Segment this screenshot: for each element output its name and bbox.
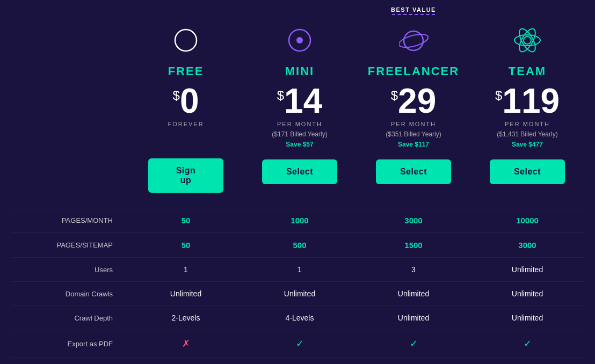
- feature-value-text: Unlimited: [512, 314, 543, 322]
- billing-note-team: ($1,431 Billed Yearly)Save $477: [497, 129, 557, 150]
- feature-value-text: Unlimited: [512, 289, 543, 298]
- feature-value-4-2: Unlimited: [357, 306, 470, 330]
- cross-icon: ✗: [182, 338, 190, 350]
- plan-icon-team: [511, 24, 543, 56]
- feature-value-3-3: Unlimited: [470, 282, 584, 306]
- feature-value-0-0: 50: [129, 208, 243, 233]
- feature-value-5-1: ✓: [243, 330, 357, 358]
- currency-team: $: [495, 88, 502, 103]
- feature-value-5-2: ✓: [357, 330, 470, 358]
- plans-header: FREE $ 0 FOREVER Sign up MINI $ 14 PER M…: [11, 16, 584, 202]
- feature-value-0-1: 1000: [243, 208, 357, 233]
- feature-value-6-0: ✗: [129, 358, 243, 364]
- best-value-text: BEST VALUE: [391, 6, 436, 13]
- currency-free: $: [173, 88, 180, 103]
- plan-col-mini: MINI $ 14 PER MONTH ($171 Billed Yearly)…: [243, 16, 357, 202]
- feature-label-2: Users: [11, 258, 129, 282]
- feature-value-text: 4-Levels: [286, 314, 314, 322]
- price-block-mini: $ 14: [277, 84, 323, 118]
- plan-name-free: FREE: [168, 64, 204, 78]
- feature-value-6-3: ✓: [470, 358, 584, 364]
- feature-value-1-0: 50: [129, 233, 243, 258]
- amount-mini: 14: [284, 84, 322, 118]
- currency-mini: $: [277, 88, 284, 103]
- feature-value-6-1: ✓: [243, 358, 357, 364]
- feature-value-text: Unlimited: [512, 265, 543, 274]
- plan-col-team: TEAM $ 119 PER MONTH ($1,431 Billed Year…: [470, 16, 584, 202]
- feature-value-text: 1: [298, 265, 302, 274]
- feature-value-3-1: Unlimited: [243, 282, 357, 306]
- plan-col-freelancer: BEST VALUE FREELANCER $ 29 PER MONTH ($3…: [357, 16, 470, 202]
- feature-value-0-3: 10000: [470, 208, 584, 233]
- price-block-freelancer: $ 29: [391, 84, 437, 118]
- feature-label-3: Domain Crawls: [11, 282, 129, 306]
- feature-label-1: PAGES/SITEMAP: [11, 233, 129, 258]
- feature-value-text: Unlimited: [398, 314, 429, 322]
- feature-value-5-0: ✗: [129, 330, 243, 358]
- plan-button-mini[interactable]: Select: [262, 159, 337, 184]
- feature-value-text: 50: [182, 241, 191, 250]
- feature-value-text: Unlimited: [170, 289, 201, 298]
- feature-value-text: 1500: [404, 241, 422, 250]
- check-icon: ✓: [410, 338, 418, 350]
- feature-value-text: 1000: [291, 216, 308, 225]
- feature-value-4-0: 2-Levels: [129, 306, 243, 330]
- plan-icon-mini: [284, 24, 316, 56]
- feature-value-text: 3: [411, 265, 416, 274]
- feature-label-6: Screenshot Annotations: [11, 358, 129, 364]
- feature-value-2-1: 1: [243, 258, 357, 282]
- best-value-badge: BEST VALUE: [391, 6, 436, 15]
- svg-point-5: [524, 37, 531, 44]
- feature-value-text: 500: [293, 241, 306, 250]
- check-icon: ✓: [524, 338, 532, 350]
- plan-button-free[interactable]: Sign up: [148, 158, 223, 193]
- feature-value-2-2: 3: [357, 258, 470, 282]
- period-mini: PER MONTH: [277, 121, 322, 127]
- period-free: FOREVER: [168, 121, 204, 127]
- feature-value-text: 10000: [516, 216, 539, 225]
- plan-button-team[interactable]: Select: [490, 159, 565, 184]
- feature-value-4-3: Unlimited: [470, 306, 584, 330]
- billing-note-mini: ($171 Billed Yearly)Save $57: [272, 129, 327, 150]
- plan-name-mini: MINI: [285, 64, 314, 78]
- plan-icon-freelancer: [397, 24, 430, 56]
- feature-value-text: 50: [182, 216, 191, 225]
- plan-icon-free: [170, 24, 202, 56]
- amount-free: 0: [180, 84, 199, 118]
- billing-note-freelancer: ($351 Billed Yearly)Save $117: [386, 129, 441, 150]
- currency-freelancer: $: [391, 88, 398, 103]
- period-team: PER MONTH: [505, 121, 550, 127]
- feature-value-1-3: 3000: [470, 233, 584, 258]
- feature-value-2-3: Unlimited: [470, 258, 584, 282]
- feature-value-6-2: ✓: [357, 358, 470, 364]
- feature-value-2-0: 1: [129, 258, 243, 282]
- feature-value-3-2: Unlimited: [357, 282, 470, 306]
- feature-value-4-1: 4-Levels: [243, 306, 357, 330]
- amount-freelancer: 29: [398, 84, 436, 118]
- feature-value-1-1: 500: [243, 233, 357, 258]
- empty-label: [11, 16, 129, 202]
- check-icon: ✓: [296, 338, 304, 350]
- feature-label-0: PAGES/MONTH: [11, 208, 129, 233]
- svg-point-0: [175, 30, 197, 51]
- price-block-team: $ 119: [495, 84, 560, 118]
- feature-value-text: 3000: [404, 216, 422, 225]
- feature-value-text: 3000: [518, 241, 536, 250]
- svg-point-2: [296, 37, 303, 43]
- feature-value-0-2: 3000: [357, 208, 470, 233]
- period-freelancer: PER MONTH: [391, 121, 436, 127]
- feature-value-text: Unlimited: [284, 289, 315, 298]
- feature-value-text: Unlimited: [398, 289, 429, 298]
- feature-value-1-2: 1500: [357, 233, 470, 258]
- plan-col-free: FREE $ 0 FOREVER Sign up: [129, 16, 243, 202]
- feature-value-text: 1: [184, 265, 188, 274]
- feature-value-3-0: Unlimited: [129, 282, 243, 306]
- feature-value-5-3: ✓: [470, 330, 584, 358]
- plan-button-freelancer[interactable]: Select: [376, 159, 451, 184]
- price-block-free: $ 0: [173, 84, 199, 118]
- features-table: PAGES/MONTH501000300010000PAGES/SITEMAP5…: [11, 208, 584, 364]
- plan-name-team: TEAM: [509, 64, 546, 78]
- feature-label-5: Export as PDF: [11, 330, 129, 358]
- amount-team: 119: [502, 84, 560, 118]
- feature-value-text: 2-Levels: [172, 314, 200, 322]
